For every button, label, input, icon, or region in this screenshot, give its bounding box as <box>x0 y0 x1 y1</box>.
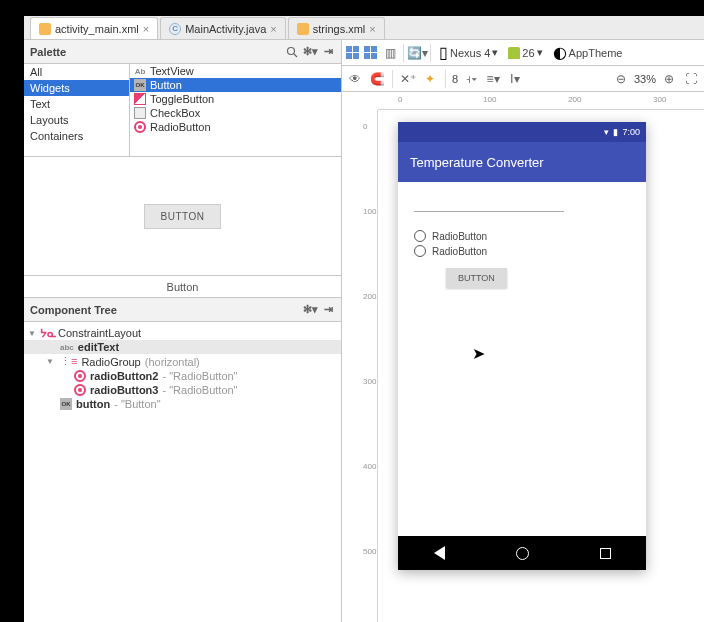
category-text[interactable]: Text <box>24 96 129 112</box>
palette-header: Palette ✻▾ ⇥ <box>24 40 341 64</box>
palette-widgets: AbTextView OKButton ToggleButton CheckBo… <box>130 64 341 156</box>
device-content[interactable]: RadioButton RadioButton BUTTON ➤ <box>398 182 646 300</box>
android-navbar <box>398 536 646 570</box>
back-icon[interactable] <box>434 546 445 560</box>
android-icon <box>508 47 520 59</box>
ruler-vertical: 0 100 200 300 400 500 600 <box>360 110 378 622</box>
category-all[interactable]: All <box>24 64 129 80</box>
zoom-out-icon[interactable]: ⊖ <box>612 70 630 88</box>
blueprint-view-icon[interactable] <box>361 44 379 62</box>
phone-icon: ▯ <box>439 43 448 62</box>
preview-button[interactable]: BUTTON <box>144 204 222 229</box>
theme-select[interactable]: ◐ AppTheme <box>549 43 627 62</box>
tree-item-radiobutton3[interactable]: radioButton3 - "RadioButton" <box>24 383 341 397</box>
radio-2[interactable]: RadioButton <box>414 245 630 257</box>
device-select[interactable]: ▯ Nexus 4▾ <box>435 43 502 62</box>
tab-label: activity_main.xml <box>55 23 139 35</box>
clear-constraints-icon[interactable]: ✕⁺ <box>399 70 417 88</box>
guideline-icon[interactable]: Ⅰ▾ <box>506 70 524 88</box>
fit-icon[interactable]: ⛶ <box>682 70 700 88</box>
constraint-icon: ᔭᓇ <box>42 327 54 339</box>
expand-icon[interactable]: ▼ <box>28 329 38 338</box>
tab-label: strings.xml <box>313 23 366 35</box>
tab-label: MainActivity.java <box>185 23 266 35</box>
editor-tabs: activity_main.xml × C MainActivity.java … <box>24 16 704 40</box>
widget-togglebutton[interactable]: ToggleButton <box>130 92 341 106</box>
gear-icon[interactable]: ✻▾ <box>303 303 317 317</box>
tree-item-button[interactable]: OK button - "Button" <box>24 397 341 411</box>
close-icon[interactable]: × <box>143 23 149 35</box>
design-view-icon[interactable] <box>346 46 359 59</box>
design-canvas[interactable]: 0 100 200 300 0 100 200 300 400 500 600 … <box>342 92 704 622</box>
widget-preview: BUTTON <box>24 156 341 276</box>
widget-radiobutton[interactable]: RadioButton <box>130 120 341 134</box>
app-title: Temperature Converter <box>410 155 544 170</box>
tab-activity-main[interactable]: activity_main.xml × <box>30 17 158 39</box>
radio-icon <box>134 121 146 133</box>
collapse-icon[interactable]: ⇥ <box>321 303 335 317</box>
radiogroup-icon: ⋮≡ <box>60 355 77 368</box>
pack-icon[interactable]: ≡▾ <box>484 70 502 88</box>
component-tree-title: Component Tree <box>30 304 117 316</box>
tab-main-activity[interactable]: C MainActivity.java × <box>160 17 286 39</box>
gear-icon[interactable]: ✻▾ <box>303 45 317 59</box>
svg-point-0 <box>288 47 295 54</box>
component-tree-header: Component Tree ✻▾ ⇥ <box>24 298 341 322</box>
visibility-icon[interactable]: 👁 <box>346 70 364 88</box>
align-icon[interactable]: ⫞▾ <box>462 70 480 88</box>
xml-icon <box>297 23 309 35</box>
home-icon[interactable] <box>516 547 529 560</box>
zoom-in-icon[interactable]: ⊕ <box>660 70 678 88</box>
expand-icon[interactable]: ▼ <box>46 357 56 366</box>
split-view-icon[interactable]: ▥ <box>381 44 399 62</box>
button-icon: OK <box>60 398 72 410</box>
tree-item-radiogroup[interactable]: ▼ ⋮≡ RadioGroup (horizontal) <box>24 354 341 369</box>
infer-constraints-icon[interactable]: ✦ <box>421 70 439 88</box>
edittext-preview[interactable] <box>414 194 564 212</box>
battery-icon: ▮ <box>613 127 618 137</box>
xml-icon <box>39 23 51 35</box>
recents-icon[interactable] <box>600 548 611 559</box>
magnet-icon[interactable]: 🧲 <box>368 70 386 88</box>
api-select[interactable]: 26▾ <box>504 46 546 59</box>
search-icon[interactable] <box>285 45 299 59</box>
collapse-icon[interactable]: ⇥ <box>321 45 335 59</box>
orientation-icon[interactable]: 🔄▾ <box>408 44 426 62</box>
tab-strings[interactable]: strings.xml × <box>288 17 385 39</box>
clock: 7:00 <box>622 127 640 137</box>
category-widgets[interactable]: Widgets <box>24 80 129 96</box>
status-bar: ▾ ▮ 7:00 <box>398 122 646 142</box>
tree-item-radiobutton2[interactable]: radioButton2 - "RadioButton" <box>24 369 341 383</box>
radio-1[interactable]: RadioButton <box>414 230 630 242</box>
design-toolbar: ▥ 🔄▾ ▯ Nexus 4▾ 26▾ ◐ AppTheme <box>342 40 704 66</box>
toggle-icon <box>134 93 146 105</box>
radio-icon <box>414 230 426 242</box>
zoom-level: 33% <box>634 73 656 85</box>
abc-icon: abc <box>60 343 74 352</box>
category-layouts[interactable]: Layouts <box>24 112 129 128</box>
widget-textview[interactable]: AbTextView <box>130 64 341 78</box>
palette-title: Palette <box>30 46 66 58</box>
device-button[interactable]: BUTTON <box>446 268 507 288</box>
palette-categories: All Widgets Text Layouts Containers <box>24 64 130 156</box>
component-tree: ▼ ᔭᓇ ConstraintLayout abc editText ▼ ⋮≡ … <box>24 322 341 622</box>
preview-caption: Button <box>24 276 341 298</box>
textview-icon: Ab <box>134 65 146 77</box>
wifi-icon: ▾ <box>604 127 609 137</box>
tree-item-edittext[interactable]: abc editText <box>24 340 341 354</box>
java-icon: C <box>169 23 181 35</box>
app-bar: Temperature Converter <box>398 142 646 182</box>
tree-root[interactable]: ▼ ᔭᓇ ConstraintLayout <box>24 326 341 340</box>
close-icon[interactable]: × <box>369 23 375 35</box>
radio-icon <box>74 370 86 382</box>
device-preview[interactable]: ▾ ▮ 7:00 Temperature Converter RadioButt… <box>398 122 646 570</box>
category-containers[interactable]: Containers <box>24 128 129 144</box>
close-icon[interactable]: × <box>270 23 276 35</box>
widget-checkbox[interactable]: CheckBox <box>130 106 341 120</box>
constraint-toolbar: 👁 🧲 ✕⁺ ✦ 8 ⫞▾ ≡▾ Ⅰ▾ ⊖ 33% ⊕ ⛶ <box>342 66 704 92</box>
ruler-horizontal: 0 100 200 300 <box>378 92 704 110</box>
cursor-icon: ➤ <box>472 344 485 363</box>
margin-value[interactable]: 8 <box>452 73 458 85</box>
widget-button[interactable]: OKButton <box>130 78 341 92</box>
svg-line-1 <box>294 54 297 57</box>
